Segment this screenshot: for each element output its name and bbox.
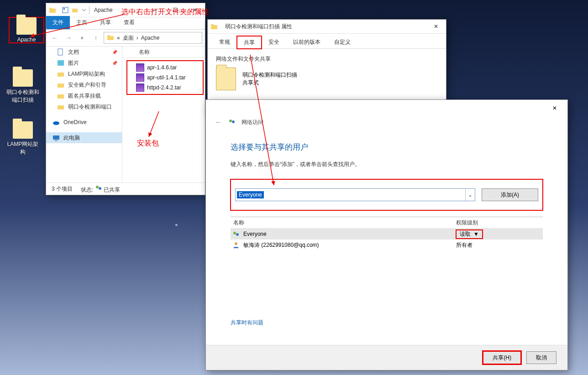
sidebar-item-thispc[interactable]: 此电脑 xyxy=(46,132,122,143)
tab-sharing[interactable]: 共享 xyxy=(237,36,262,49)
explorer-sidebar[interactable]: 文档 图片 LAMP网站架构 安全账户和引导 匿名共享挂载 弱口令检测和端口 O… xyxy=(46,47,122,182)
share-button[interactable]: 共享(H) xyxy=(483,351,521,364)
file-row[interactable]: httpd-2.4.2.tar xyxy=(127,83,203,93)
dialog-nav: ← 网络访问 xyxy=(206,116,567,128)
share-mode: 共享式 xyxy=(242,79,297,87)
tab-home[interactable]: 主页 xyxy=(70,16,94,29)
permission-row[interactable]: 敏海涛 (2262991080@qq.com) 所有者 xyxy=(231,240,543,250)
folder-icon xyxy=(57,103,64,110)
computer-icon xyxy=(52,134,60,141)
folder-icon xyxy=(210,23,218,30)
svg-rect-14 xyxy=(53,135,59,140)
chevron-down-icon[interactable]: ⌄ xyxy=(465,189,475,201)
properties-body: 网络文件和文件夹共享 弱口令检测和端口扫描 共享式 xyxy=(208,49,446,90)
properties-titlebar[interactable]: 弱口令检测和端口扫描 属性 ✕ xyxy=(208,20,446,34)
permission-row[interactable]: Everyone 读取▼ xyxy=(231,229,543,240)
up-button[interactable]: ↑ xyxy=(90,32,102,44)
column-header-name[interactable]: 名称 xyxy=(122,47,205,58)
col-name[interactable]: 名称 xyxy=(231,219,456,227)
archive-icon xyxy=(136,73,144,82)
users-icon xyxy=(228,118,236,127)
svg-rect-11 xyxy=(58,94,64,99)
documents-icon xyxy=(57,48,64,56)
sidebar-item-label: 此电脑 xyxy=(63,134,80,142)
history-dropdown[interactable]: ▾ xyxy=(76,32,88,44)
network-access-dialog[interactable]: ✕ ← 网络访问 选择要与其共享的用户 键入名称，然后单击“添加”，或者单击箭头… xyxy=(205,99,568,370)
archive-icon xyxy=(136,83,144,92)
desktop-folder-weakpwd[interactable]: 弱口令检测和端口扫描 xyxy=(5,69,40,104)
permission-table: 名称 权限级别 Everyone 读取▼ 敏海涛 (2262991080@qq.… xyxy=(231,217,543,250)
tab-share[interactable]: 共享 xyxy=(94,16,117,29)
svg-rect-8 xyxy=(58,60,64,66)
breadcrumb-seg[interactable]: 桌面 xyxy=(123,34,134,42)
tab-security[interactable]: 安全 xyxy=(262,36,286,48)
qat-dropdown-icon[interactable] xyxy=(82,6,86,14)
tab-custom[interactable]: 自定义 xyxy=(327,36,357,48)
file-row[interactable]: apr-util-1.4.1.tar xyxy=(127,73,203,83)
share-target-name: 弱口令检测和端口扫描 xyxy=(242,71,297,79)
close-button[interactable]: ✕ xyxy=(426,20,446,33)
svg-point-23 xyxy=(236,233,239,236)
desktop-icon-label: LAMP网站架构 xyxy=(5,141,40,156)
sidebar-item-label: 安全账户和引导 xyxy=(68,81,106,89)
svg-rect-12 xyxy=(58,105,64,109)
breadcrumb[interactable]: « 桌面 › Apache xyxy=(104,32,202,44)
properties-title: 弱口令检测和端口扫描 属性 xyxy=(225,23,426,31)
close-button[interactable]: ✕ xyxy=(185,3,205,17)
sidebar-item-documents[interactable]: 文档 xyxy=(46,47,122,57)
back-button[interactable]: ← xyxy=(49,32,61,44)
svg-rect-19 xyxy=(211,24,214,26)
tab-general[interactable]: 常规 xyxy=(212,36,237,48)
add-button[interactable]: 添加(A) xyxy=(482,188,538,201)
sidebar-item-folder[interactable]: 安全账户和引导 xyxy=(46,79,122,90)
dialog-titlebar[interactable]: ✕ xyxy=(206,100,567,116)
desktop-folder-apache[interactable]: Apache xyxy=(9,17,44,43)
user-icon xyxy=(232,241,240,249)
quick-access-toolbar xyxy=(62,6,89,14)
svg-point-16 xyxy=(96,186,99,188)
maximize-button[interactable]: ☐ xyxy=(165,3,185,17)
sidebar-item-pictures[interactable]: 图片 xyxy=(46,57,122,68)
tab-versions[interactable]: 以前的版本 xyxy=(286,36,327,48)
pictures-icon xyxy=(57,59,64,67)
new-folder-icon[interactable] xyxy=(72,6,79,14)
dialog-footer: 共享(H) 取消 xyxy=(206,345,567,370)
cancel-button[interactable]: 取消 xyxy=(526,351,556,364)
forward-button[interactable]: → xyxy=(63,32,74,44)
properties-icon[interactable] xyxy=(62,6,69,14)
breadcrumb-chevron: › xyxy=(136,35,138,41)
explorer-titlebar[interactable]: Apache ─ ☐ ✕ xyxy=(46,3,205,17)
sharing-trouble-link[interactable]: 共享时有问题 xyxy=(231,319,263,327)
sidebar-item-folder[interactable]: 弱口令检测和端口 xyxy=(46,101,122,112)
svg-rect-4 xyxy=(72,9,78,12)
sidebar-item-label: LAMP网站架构 xyxy=(68,70,105,78)
svg-rect-0 xyxy=(49,9,56,13)
dialog-heading: 选择要与其共享的用户 xyxy=(231,142,543,152)
svg-point-22 xyxy=(233,232,236,234)
tab-view[interactable]: 查看 xyxy=(117,16,141,29)
folder-thumb-icon xyxy=(216,68,236,90)
breadcrumb-seg[interactable]: Apache xyxy=(141,35,160,41)
permission-level-dropdown[interactable]: 读取▼ xyxy=(456,230,483,239)
sidebar-item-onedrive[interactable]: OneDrive xyxy=(46,117,122,128)
desktop-folder-lamp[interactable]: LAMP网站架构 xyxy=(5,121,40,156)
svg-point-21 xyxy=(232,120,235,123)
sidebar-item-folder[interactable]: LAMP网站架构 xyxy=(46,68,122,79)
back-button[interactable]: ← xyxy=(215,118,222,126)
file-row[interactable]: apr-1.4.6.tar xyxy=(127,62,203,73)
tab-file[interactable]: 文件 xyxy=(46,16,70,29)
sidebar-item-label: 图片 xyxy=(68,59,79,67)
breadcrumb-chevron[interactable]: « xyxy=(117,35,120,41)
svg-rect-7 xyxy=(58,49,63,55)
svg-point-24 xyxy=(235,242,237,245)
sidebar-item-folder[interactable]: 匿名共享挂载 xyxy=(46,90,122,101)
close-button[interactable]: ✕ xyxy=(545,101,565,115)
svg-rect-10 xyxy=(58,83,64,88)
minimize-button[interactable]: ─ xyxy=(145,3,165,17)
user-combobox[interactable]: Everyone ⌄ xyxy=(235,188,475,201)
explorer-content[interactable]: 名称 apr-1.4.6.tar apr-util-1.4.1.tar http… xyxy=(122,47,205,182)
col-level[interactable]: 权限级别 xyxy=(456,219,543,227)
sidebar-item-label: OneDrive xyxy=(63,119,87,125)
svg-rect-9 xyxy=(58,73,64,77)
explorer-window[interactable]: Apache ─ ☐ ✕ 文件 主页 共享 查看 ← → ▾ ↑ « 桌面 › … xyxy=(46,3,205,195)
